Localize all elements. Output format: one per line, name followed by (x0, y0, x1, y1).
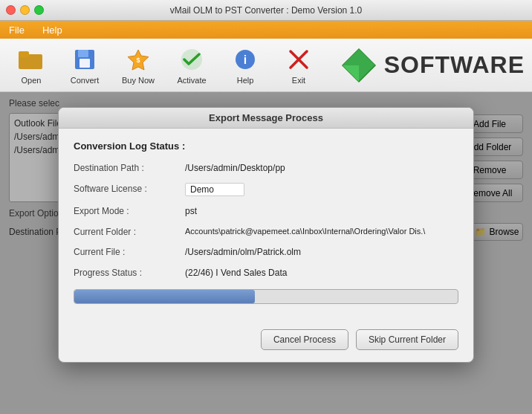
save-icon (71, 46, 98, 73)
cancel-process-button[interactable]: Cancel Process (261, 329, 348, 350)
modal-row-export-mode: Export Mode : pst (74, 205, 458, 217)
toolbar: Open Convert $ Buy Now A (0, 39, 532, 92)
title-bar: vMail OLM to PST Converter : Demo Versio… (0, 0, 532, 21)
buy-icon: $ (125, 46, 152, 73)
folder-icon (18, 46, 45, 73)
open-button[interactable]: Open (7, 43, 55, 88)
help-label: Help (237, 76, 254, 85)
modal-row-progress-status: Progress Status : (22/46) I Vend Sales D… (74, 267, 458, 279)
destination-path-label: Destination Path : (74, 162, 185, 173)
buy-now-label: Buy Now (122, 76, 155, 85)
progress-status-value: (22/46) I Vend Sales Data (185, 267, 287, 279)
minimize-button[interactable] (20, 5, 30, 15)
info-icon: i (232, 46, 259, 73)
progress-status-label: Progress Status : (74, 267, 185, 278)
menu-help[interactable]: Help (39, 23, 65, 37)
main-content: Please selec Outlook File P /Users/admin… (0, 92, 532, 414)
menu-bar: File Help (0, 21, 532, 39)
current-folder-label: Current Folder : (74, 226, 185, 237)
svg-rect-1 (19, 51, 29, 57)
skip-current-folder-button[interactable]: Skip Current Folder (356, 329, 458, 350)
logo: SOFTWARE (340, 46, 525, 85)
modal-title-bar: Export Message Process (59, 108, 473, 129)
export-mode-label: Export Mode : (74, 205, 185, 216)
modal-row-current-folder: Current Folder : Accounts\patrick@vapeme… (74, 226, 458, 237)
maximize-button[interactable] (34, 5, 44, 15)
current-file-label: Current File : (74, 246, 185, 257)
x-icon (285, 46, 312, 73)
diamond-icon (340, 46, 378, 85)
modal-row-license: Software License : Demo (74, 183, 458, 196)
svg-text:$: $ (136, 56, 140, 64)
exit-button[interactable]: Exit (275, 43, 322, 88)
modal-section-title: Conversion Log Status : (74, 140, 458, 152)
current-file-value: /Users/admin/olm/Patrick.olm (185, 246, 301, 258)
modal-row-current-file: Current File : /Users/admin/olm/Patrick.… (74, 246, 458, 258)
software-license-value: Demo (185, 183, 244, 196)
current-folder-value: Accounts\patrick@vapemeet.ca\Inbox\Inter… (185, 226, 425, 236)
activate-button[interactable]: Activate (168, 43, 215, 88)
svg-text:i: i (244, 54, 247, 66)
activate-label: Activate (177, 76, 206, 85)
traffic-lights (6, 5, 44, 15)
menu-file[interactable]: File (6, 23, 27, 37)
export-mode-value: pst (185, 205, 244, 217)
destination-path-value: /Users/admin/Desktop/pp (185, 162, 285, 174)
exit-label: Exit (292, 76, 305, 85)
progress-bar-fill (74, 290, 255, 303)
window-title: vMail OLM to PST Converter : Demo Versio… (170, 5, 363, 16)
modal-dialog: Export Message Process Conversion Log St… (58, 107, 474, 363)
svg-marker-15 (343, 49, 375, 65)
modal-row-destination: Destination Path : /Users/admin/Desktop/… (74, 162, 458, 174)
help-button[interactable]: i Help (221, 43, 269, 88)
convert-button[interactable]: Convert (61, 43, 108, 88)
buy-now-button[interactable]: $ Buy Now (114, 43, 162, 88)
modal-overlay: Export Message Process Conversion Log St… (0, 92, 532, 414)
svg-rect-3 (78, 50, 88, 57)
logo-text: SOFTWARE (384, 51, 525, 79)
software-license-label: Software License : (74, 183, 185, 194)
modal-footer: Cancel Process Skip Current Folder (59, 322, 473, 362)
svg-rect-4 (80, 59, 90, 68)
close-button[interactable] (6, 5, 16, 15)
open-label: Open (22, 76, 42, 85)
checkmark-icon (178, 46, 205, 73)
modal-body: Conversion Log Status : Destination Path… (59, 129, 473, 322)
convert-label: Convert (71, 76, 100, 85)
progress-bar-container (74, 289, 458, 304)
modal-title: Export Message Process (209, 112, 323, 123)
